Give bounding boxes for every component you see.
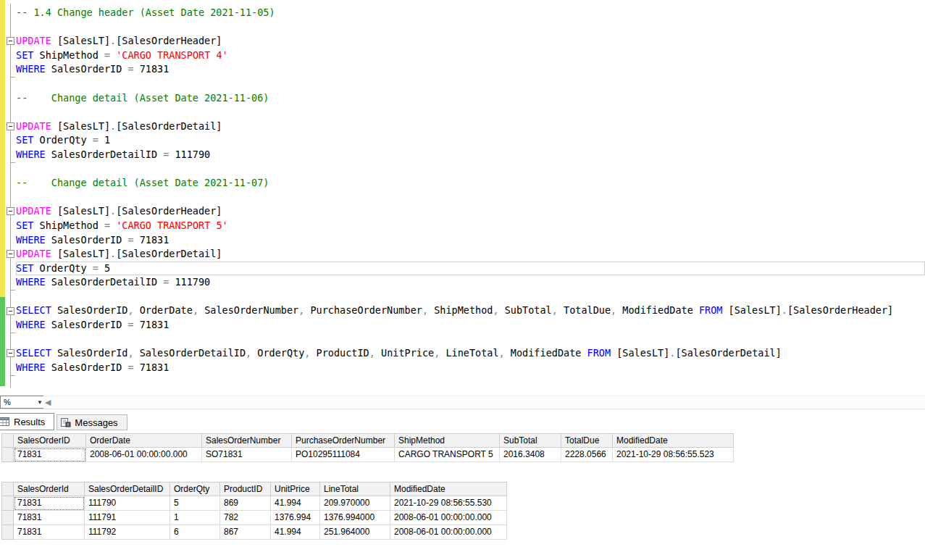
outline-guide-line [10, 4, 11, 388]
grid-cell[interactable]: 71831 [14, 496, 85, 511]
editor-horizontal-scrollbar[interactable]: ◀ [43, 396, 925, 409]
grid-cell[interactable]: 71831 [14, 448, 86, 462]
code-line-4[interactable]: SET ShipMethod = 'CARGO TRANSPORT 4' [16, 49, 925, 63]
grid-cell[interactable]: 2016.3408 [500, 448, 561, 462]
grid-cell[interactable]: 2008-06-01 00:00:00.000 [86, 448, 202, 462]
grid-cell[interactable]: 41.994 [271, 496, 320, 511]
sql-editor[interactable]: -- 1.4 Change header (Asset Date 2021-11… [0, 0, 925, 395]
scroll-left-icon[interactable]: ◀ [45, 398, 51, 407]
row-selector[interactable] [2, 448, 14, 462]
column-header[interactable]: SalesOrderNumber [202, 434, 292, 448]
grid-cell[interactable]: 782 [220, 511, 271, 525]
code-line-16[interactable]: SET ShipMethod = 'CARGO TRANSPORT 5' [16, 219, 925, 233]
grid-header-row: SalesOrderIdSalesOrderDetailIDOrderQtyPr… [2, 482, 507, 496]
column-header[interactable]: SalesOrderDetailID [85, 482, 170, 496]
grid-cell[interactable]: 2021-10-29 08:56:55.530 [390, 496, 507, 511]
code-line-13[interactable]: -- Change detail (Asset Date 2021-11-07) [16, 176, 925, 191]
select-all-corner[interactable] [2, 482, 14, 496]
code-line-9[interactable]: UPDATE [SalesLT].[SalesOrderDetail] [16, 120, 925, 134]
editor-zoom-select[interactable]: % ▼ [0, 396, 46, 409]
fold-collapse-icon[interactable] [7, 37, 14, 45]
row-selector[interactable] [2, 525, 14, 540]
code-line-19[interactable]: SET OrderQty = 5 [16, 262, 925, 276]
tab-results[interactable]: Results [0, 413, 54, 430]
code-line-3[interactable]: UPDATE [SalesLT].[SalesOrderHeader] [16, 34, 925, 49]
code-line-17[interactable]: WHERE SalesOrderID = 71831 [16, 233, 925, 248]
grid-cell[interactable]: 251.964000 [320, 525, 390, 540]
row-selector[interactable] [2, 511, 14, 525]
column-header[interactable]: ModifiedDate [390, 482, 507, 496]
grid-cell[interactable]: 1376.994000 [320, 511, 390, 525]
grid-cell[interactable]: 1 [170, 511, 220, 525]
column-header[interactable]: SubTotal [500, 434, 561, 448]
code-line-23[interactable]: WHERE SalesOrderID = 71831 [16, 318, 925, 333]
tab-messages[interactable]: Messages [56, 414, 127, 430]
code-line-22[interactable]: SELECT SalesOrderID, OrderDate, SalesOrd… [16, 304, 925, 318]
fold-collapse-icon[interactable] [7, 250, 14, 258]
code-line-24[interactable] [16, 333, 925, 347]
column-header[interactable]: TotalDue [561, 434, 613, 448]
grid-cell[interactable]: 1376.994 [271, 511, 320, 525]
column-header[interactable]: OrderQty [170, 482, 220, 496]
grid-cell[interactable]: 111790 [85, 496, 170, 511]
grid-cell[interactable]: SO71831 [202, 448, 292, 462]
code-line-14[interactable] [16, 191, 925, 205]
code-line-27[interactable] [16, 375, 925, 389]
code-line-1[interactable]: -- 1.4 Change header (Asset Date 2021-11… [16, 6, 925, 20]
code-token: . [782, 304, 787, 316]
grid-cell[interactable]: 111792 [85, 525, 170, 540]
code-line-7[interactable]: -- Change detail (Asset Date 2021-11-06) [16, 91, 925, 106]
grid-cell[interactable]: 5 [170, 496, 220, 511]
code-line-26[interactable]: WHERE SalesOrderID = 71831 [16, 361, 925, 375]
code-lines[interactable]: -- 1.4 Change header (Asset Date 2021-11… [16, 6, 925, 395]
column-header[interactable]: SalesOrderId [14, 482, 85, 496]
column-header[interactable]: UnitPrice [271, 482, 320, 496]
code-line-15[interactable]: UPDATE [SalesLT].[SalesOrderHeader] [16, 204, 925, 219]
code-token: TotalDue [558, 304, 611, 316]
fold-collapse-icon[interactable] [7, 122, 14, 130]
code-line-8[interactable] [16, 105, 925, 120]
code-line-25[interactable]: SELECT SalesOrderId, SalesOrderDetailID,… [16, 346, 925, 361]
code-line-20[interactable]: WHERE SalesOrderDetailID = 111790 [16, 275, 925, 290]
grid-cell[interactable]: PO10295111084 [292, 448, 395, 462]
code-line-2[interactable] [16, 20, 925, 35]
fold-collapse-icon[interactable] [7, 207, 14, 215]
column-header[interactable]: OrderDate [86, 434, 202, 448]
grid-cell[interactable]: 869 [220, 496, 271, 511]
column-header[interactable]: ModifiedDate [613, 434, 734, 448]
row-selector[interactable] [2, 496, 14, 511]
tab-results-label: Results [14, 417, 45, 427]
grid-cell[interactable]: 41.994 [271, 525, 320, 540]
fold-region-end-tick [10, 333, 15, 333]
column-header[interactable]: ProductID [220, 482, 271, 496]
grid-cell[interactable]: 867 [220, 525, 271, 540]
code-token: OrderDate [134, 304, 193, 316]
column-header[interactable]: LineTotal [320, 482, 390, 496]
column-header[interactable]: PurchaseOrderNumber [292, 434, 395, 448]
grid-cell[interactable]: 2021-10-29 08:56:55.523 [613, 448, 734, 462]
code-line-21[interactable] [16, 290, 925, 304]
grid-cell[interactable]: 71831 [14, 525, 85, 540]
column-header[interactable]: SalesOrderID [14, 434, 86, 448]
grid-cell[interactable]: 2228.0566 [561, 448, 613, 462]
column-header[interactable]: ShipMethod [395, 434, 500, 448]
grid-cell[interactable]: 2008-06-01 00:00:00.000 [390, 511, 507, 525]
code-line-5[interactable]: WHERE SalesOrderID = 71831 [16, 62, 925, 77]
grid-cell[interactable]: 2008-06-01 00:00:00.000 [390, 525, 507, 540]
grid-cell[interactable]: CARGO TRANSPORT 5 [395, 448, 500, 462]
code-line-12[interactable] [16, 162, 925, 177]
code-line-11[interactable]: WHERE SalesOrderDetailID = 111790 [16, 148, 925, 162]
code-line-6[interactable] [16, 77, 925, 91]
grid-cell[interactable]: 111791 [85, 511, 170, 525]
code-token: SalesOrderDetailID [134, 347, 246, 359]
fold-collapse-icon[interactable] [7, 349, 14, 357]
grid-cell[interactable]: 209.970000 [320, 496, 390, 511]
fold-collapse-icon[interactable] [7, 307, 14, 315]
code-token: WHERE [16, 63, 46, 75]
grid-cell[interactable]: 71831 [14, 511, 85, 525]
code-line-18[interactable]: UPDATE [SalesLT].[SalesOrderDetail] [16, 247, 925, 262]
select-all-corner[interactable] [2, 434, 14, 448]
code-line-10[interactable]: SET OrderQty = 1 [16, 133, 925, 148]
grid-cell[interactable]: 6 [170, 525, 220, 540]
code-token: 111790 [169, 149, 210, 160]
